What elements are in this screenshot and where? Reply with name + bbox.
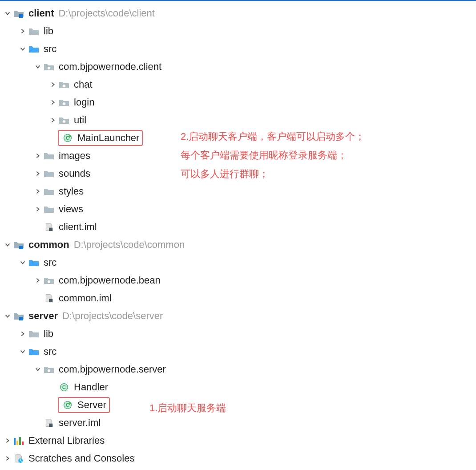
chevron-down-icon[interactable] [18,348,28,355]
tree-node-package-client[interactable]: com.bjpowernode.client [3,58,473,76]
tree-node-common-src[interactable]: src [3,254,473,271]
tree-node-server[interactable]: server D:\projects\code\server [3,307,473,325]
highlight-box: MainLauncher [58,130,143,146]
node-label: login [74,97,94,108]
chevron-down-icon[interactable] [18,46,28,52]
tree-node-external-libraries[interactable]: External Libraries [3,432,473,450]
node-label: lib [44,328,53,340]
highlight-box: Server [58,397,110,413]
tree-node-sounds[interactable]: sounds [3,165,473,182]
node-label: common.iml [59,292,112,304]
package-icon [58,115,70,126]
tree-node-package-server[interactable]: com.bjpowernode.server [3,361,473,378]
chevron-right-icon[interactable] [33,206,43,212]
tree-node-chat[interactable]: chat [3,76,473,93]
node-label: images [59,150,90,162]
tree-node-package-bean[interactable]: com.bjpowernode.bean [3,271,473,289]
chevron-down-icon[interactable] [3,313,12,319]
node-label: com.bjpowernode.client [59,61,161,73]
chevron-right-icon[interactable] [48,81,58,88]
chevron-right-icon[interactable] [33,170,43,177]
package-icon [58,97,70,108]
chevron-down-icon[interactable] [3,242,12,248]
folder-icon [43,150,55,161]
node-label: lib [44,25,53,37]
node-label: server [28,310,58,322]
chevron-down-icon[interactable] [33,64,43,70]
package-icon [58,79,70,90]
external-libraries-icon [12,435,25,446]
class-icon [58,382,70,393]
node-label: styles [59,186,84,197]
node-label: server.iml [59,417,101,429]
source-folder-icon [28,257,40,268]
tree-node-scratches[interactable]: Scratches and Consoles [3,450,473,467]
node-label: src [44,43,56,55]
chevron-right-icon[interactable] [3,455,12,462]
chevron-right-icon[interactable] [18,28,28,34]
folder-icon [43,186,55,197]
tree-node-images[interactable]: images [3,147,473,165]
folder-icon [43,168,55,179]
tree-node-server-class[interactable]: Server 1.启动聊天服务端 [3,396,473,414]
node-label: common [28,239,69,251]
chevron-right-icon[interactable] [48,99,58,105]
source-folder-icon [28,346,40,357]
tree-node-server-iml[interactable]: server.iml [3,414,473,432]
iml-file-icon [43,222,55,232]
tree-node-styles[interactable]: styles [3,182,473,200]
tree-node-mainlauncher[interactable]: MainLauncher 2.启动聊天客户端，客户端可以启动多个； 每个客户端需… [3,129,473,147]
node-path: D:\projects\code\client [58,8,154,19]
scratches-icon [12,453,25,464]
module-icon [12,8,25,19]
node-label: Handler [74,381,108,393]
tree-node-server-lib[interactable]: lib [3,325,473,343]
node-label: com.bjpowernode.bean [59,275,161,286]
node-label: MainLauncher [77,132,139,144]
iml-file-icon [43,293,55,304]
node-label: Scratches and Consoles [28,453,134,464]
runnable-class-icon [61,133,74,143]
tree-node-client[interactable]: client D:\projects\code\client [3,4,473,22]
node-label: chat [74,79,93,90]
chevron-right-icon[interactable] [33,277,43,284]
tree-node-lib[interactable]: lib [3,22,473,40]
module-icon [12,239,25,250]
folder-icon [28,26,40,36]
tree-node-common[interactable]: common D:\projects\code\common [3,236,473,254]
iml-file-icon [43,417,55,428]
package-icon [43,364,55,375]
tree-node-common-iml[interactable]: common.iml [3,289,473,307]
folder-icon [28,328,40,339]
node-label: client.iml [59,221,97,233]
node-label: src [44,257,56,268]
chevron-right-icon[interactable] [33,153,43,159]
node-label: sounds [59,168,90,179]
tree-node-server-src[interactable]: src [3,343,473,361]
tree-node-login[interactable]: login [3,93,473,111]
node-path: D:\projects\code\server [62,310,163,322]
chevron-down-icon[interactable] [33,366,43,373]
tree-node-src[interactable]: src [3,40,473,58]
chevron-right-icon[interactable] [3,438,12,444]
source-folder-icon [28,44,40,54]
tree-node-handler[interactable]: Handler [3,378,473,396]
tree-node-client-iml[interactable]: client.iml [3,218,473,236]
node-path: D:\projects\code\common [74,239,185,251]
chevron-right-icon[interactable] [33,188,43,194]
node-label: Server [77,399,106,411]
node-label: util [74,114,86,126]
chevron-right-icon[interactable] [48,117,58,123]
node-label: com.bjpowernode.server [59,364,166,375]
node-label: src [44,346,56,357]
chevron-down-icon[interactable] [3,10,12,16]
chevron-down-icon[interactable] [18,259,28,266]
tree-node-util[interactable]: util [3,111,473,129]
runnable-class-icon [61,400,74,410]
chevron-right-icon[interactable] [18,331,28,337]
folder-icon [43,204,55,215]
module-icon [12,311,25,321]
tree-node-views[interactable]: views [3,200,473,218]
node-label: views [59,203,83,215]
package-icon [43,275,55,286]
